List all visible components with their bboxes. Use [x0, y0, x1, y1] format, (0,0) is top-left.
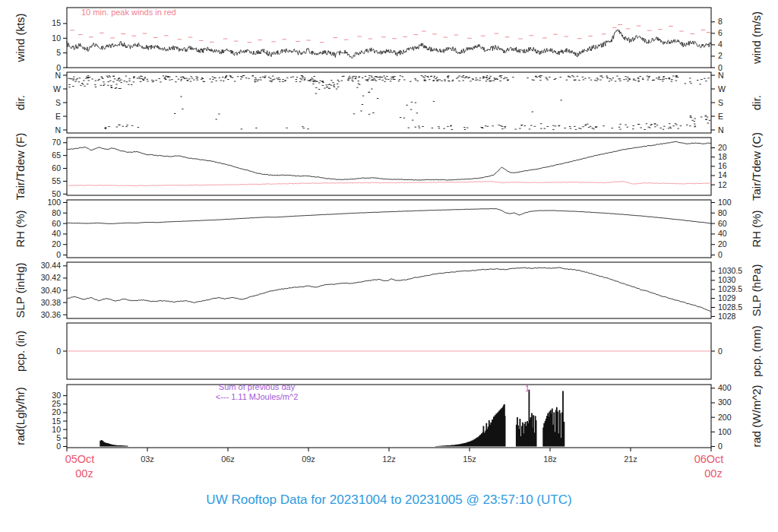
rad-sum-note: Sum of previous day <--- 1.11 MJoules/m^… [181, 382, 333, 402]
ytick-left-slp: 30.38 [41, 298, 61, 307]
ytick-right-rh: 100 [718, 198, 732, 207]
ytick-right-slp: 1029.5 [718, 284, 742, 293]
ytick-right-slp: 1028.5 [718, 302, 742, 312]
ytick-right-dir: N [718, 125, 724, 135]
ytick-left-dir: N [55, 125, 61, 135]
ytick-right-rh: 0 [718, 250, 723, 259]
ytick-left-dir: S [55, 98, 61, 107]
panel-pcp: 00pcp. (in)pcp. (mm) [14, 323, 763, 379]
series-rh [67, 209, 711, 224]
series-slp [67, 268, 711, 312]
ytick-right-tair: 16 [718, 161, 727, 170]
ytick-right-wind: 6 [718, 28, 723, 37]
ytick-left-rh: 80 [52, 208, 61, 217]
xtick-label: 06z [221, 454, 235, 464]
axis-label-wind-right: wind (m/s) [750, 11, 763, 65]
ytick-right-dir: S [718, 98, 723, 107]
axis-label-slp-right: SLP (hPa) [750, 264, 763, 317]
series-tdew [67, 182, 711, 186]
ytick-left-rad: 10 [52, 425, 61, 434]
ytick-right-slp: 1029 [718, 293, 736, 302]
axis-label-rh-right: RH (%) [750, 210, 763, 247]
ytick-right-rad: 200 [718, 413, 732, 422]
x-end-date: 06Oct [694, 453, 724, 465]
ytick-left-rad: 20 [52, 407, 61, 416]
axis-label-rad-left: rad(Lgly/hr) [14, 387, 27, 445]
meteogram-chart: 05101502468wind (kts)wind (m/s)NWSENNWSE… [0, 0, 778, 532]
ytick-left-rad: 30 [52, 391, 61, 400]
ytick-left-dir: N [55, 71, 61, 80]
axis-label-pcp-left: pcp. (in) [14, 331, 27, 372]
series-wind-speed [67, 30, 711, 59]
axis-label-tair-right: Tair/Tdew (C) [750, 132, 763, 201]
ytick-left-slp: 30.40 [41, 286, 61, 295]
x-axis: 03z06z09z12z15z18z21z05Oct00z06Oct00z [65, 448, 724, 480]
ytick-left-rh: 0 [56, 250, 61, 259]
ytick-left-rad: 15 [52, 416, 61, 426]
xtick-label: 15z [463, 454, 476, 464]
ytick-right-slp: 1030.5 [718, 266, 742, 275]
ytick-right-rh: 60 [718, 219, 727, 228]
ytick-left-slp: 30.42 [41, 273, 61, 282]
axis-label-pcp-right: pcp. (mm) [750, 325, 763, 377]
ytick-right-rad: 300 [718, 397, 732, 407]
ytick-left-tair: 60 [52, 163, 61, 173]
page-title: UW Rooftop Data for 20231004 to 20231005… [0, 492, 778, 508]
x-end-time: 00z [704, 467, 722, 480]
panel-dir-frame [67, 72, 711, 133]
ytick-left-dir: W [53, 84, 61, 93]
ytick-right-tair: 20 [718, 143, 727, 152]
xtick-label: 12z [382, 454, 396, 464]
ytick-right-dir: W [718, 84, 726, 93]
panel-tair: 70656055501214161820Tair/Tdew (F)Tair/Td… [14, 132, 763, 201]
ytick-left-rad: 5 [56, 433, 61, 442]
rad-sum-line2: <--- 1.11 MJoules/m^2 [181, 392, 333, 402]
ytick-left-slp: 30.36 [41, 310, 61, 319]
ytick-right-tair: 18 [718, 152, 727, 161]
ytick-right-rh: 80 [718, 208, 727, 217]
ytick-right-wind: 2 [718, 51, 723, 60]
ytick-right-rad: 400 [718, 383, 732, 392]
ytick-right-slp: 1028 [718, 312, 736, 321]
peak-wind-note: 10 min. peak winds in red [81, 8, 176, 17]
ytick-left-rh: 60 [52, 219, 61, 228]
meteogram-page: 05101502468wind (kts)wind (m/s)NWSENNWSE… [0, 0, 778, 532]
ytick-left-tair: 55 [52, 176, 61, 185]
series-tair [67, 141, 711, 180]
panel-rad-frame [67, 385, 711, 448]
axis-label-tair-left: Tair/Tdew (F) [14, 133, 27, 200]
ytick-left-tair: 70 [52, 138, 61, 147]
ytick-left-slp: 30.44 [41, 261, 61, 270]
ytick-right-dir: E [718, 112, 723, 121]
ytick-left-tair: 65 [52, 150, 61, 160]
ytick-right-rh: 40 [718, 229, 727, 238]
ytick-right-dir: N [718, 71, 724, 80]
panel-slp-frame [67, 262, 711, 318]
scatter-wind-direction [68, 75, 710, 129]
ytick-left-rh: 100 [47, 198, 61, 207]
axis-label-dir-right: dir. [750, 95, 763, 110]
ytick-left-rad: 0 [56, 442, 61, 451]
ytick-left-dir: E [55, 112, 61, 121]
x-start-date: 05Oct [65, 453, 95, 465]
ytick-right-pcp: 0 [718, 347, 723, 356]
ytick-right-rad: 0 [718, 442, 723, 451]
ytick-left-pcp: 0 [56, 347, 61, 356]
axis-label-dir-left: dir. [14, 95, 27, 110]
panel-tair-frame [67, 138, 711, 195]
ytick-left-rad: 25 [52, 399, 61, 408]
ytick-right-tair: 14 [718, 170, 727, 179]
panel-dir: NWSENNWSENdir.dir. [14, 71, 763, 135]
rad-sum-line1: Sum of previous day [181, 382, 333, 392]
axis-label-wind-left: wind (kts) [14, 13, 27, 62]
x-start-time: 00z [75, 467, 93, 480]
ytick-right-rad: 100 [718, 427, 732, 436]
panel-rh-frame [67, 200, 711, 258]
xtick-label: 03z [141, 454, 154, 464]
panel-rad: 0510152025300100200300400rad(Lgly/hr)rad… [14, 383, 763, 451]
xtick-label: 21z [624, 454, 637, 464]
xtick-label: 09z [302, 454, 315, 464]
xtick-label: 18z [543, 454, 557, 464]
rad-spike-marker: 1 [525, 384, 530, 394]
ytick-left-wind: 10 [52, 33, 61, 43]
